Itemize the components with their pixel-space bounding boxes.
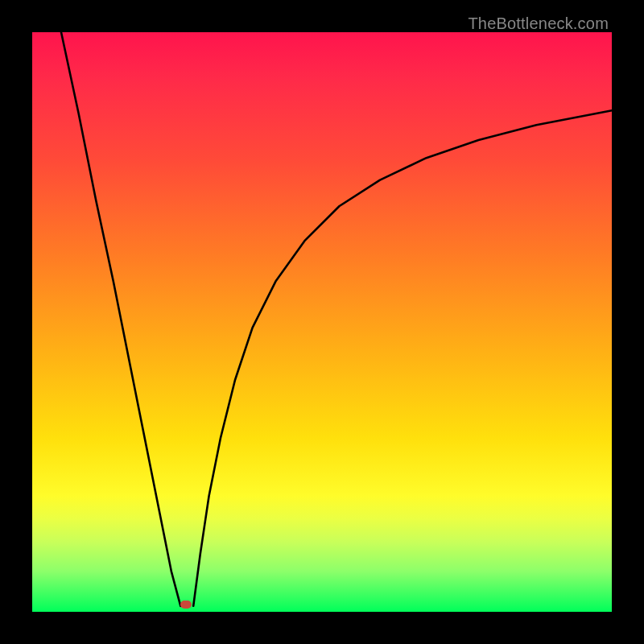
bottleneck-marker <box>180 601 192 609</box>
curve-layer <box>32 32 612 612</box>
watermark-text: TheBottleneck.com <box>468 14 609 33</box>
plot-area <box>32 32 612 612</box>
curve-left-branch <box>61 32 180 606</box>
curve-right-branch <box>193 110 612 606</box>
chart-frame: TheBottleneck.com <box>0 0 644 644</box>
